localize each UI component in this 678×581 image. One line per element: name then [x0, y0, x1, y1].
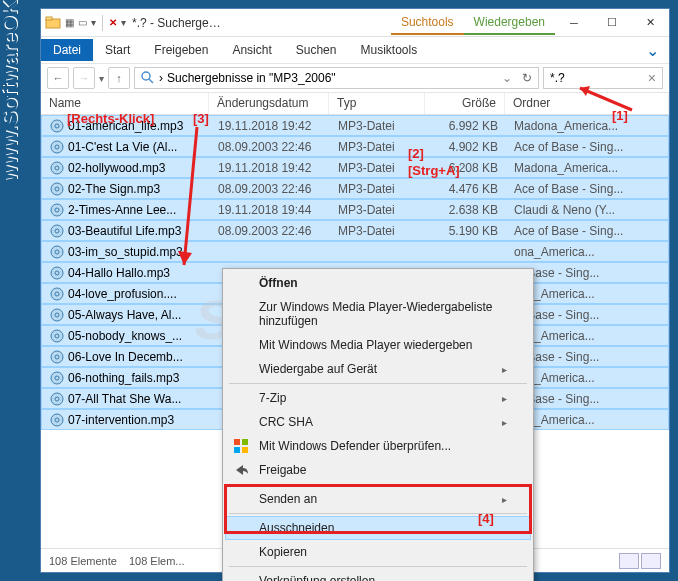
ctx-wmp-play[interactable]: Mit Windows Media Player wiedergeben [225, 333, 531, 357]
ctx-device[interactable]: Wiedergabe auf Gerät▸ [225, 357, 531, 381]
folder-icon [45, 15, 61, 31]
svg-point-2 [142, 72, 150, 80]
ribbon-expand-icon[interactable]: ⌄ [636, 41, 669, 60]
svg-rect-35 [234, 447, 240, 453]
qat-new-icon[interactable]: ▭ [78, 17, 87, 28]
start-tab[interactable]: Start [93, 39, 142, 61]
defender-icon [233, 438, 249, 454]
cell-name: 07-All That She Wa... [42, 392, 210, 406]
cell-name: 06-Love In Decemb... [42, 350, 210, 364]
cell-type: MP3-Datei [330, 161, 426, 175]
qat-dropdown-icon[interactable]: ▾ [91, 17, 96, 28]
cell-date: 19.11.2018 19:42 [210, 161, 330, 175]
context-menu: Öffnen Zur Windows Media Player-Wiederga… [222, 268, 534, 581]
cell-date: 19.11.2018 19:42 [210, 119, 330, 133]
cell-size: 6.992 KB [426, 119, 506, 133]
search-value: *.? [550, 71, 565, 85]
col-size[interactable]: Größe [425, 93, 505, 114]
cell-type: MP3-Datei [330, 140, 426, 154]
ctx-share[interactable]: Freigabe [225, 458, 531, 482]
svg-point-18 [55, 271, 59, 275]
svg-point-10 [55, 187, 59, 191]
share-icon [233, 462, 249, 478]
cell-name: 07-intervention.mp3 [42, 413, 210, 427]
cell-name: 03-Beautiful Life.mp3 [42, 224, 210, 238]
breadcrumb-dropdown-icon[interactable]: ⌄ [502, 71, 512, 85]
svg-point-20 [55, 292, 59, 296]
ctx-wmp-add[interactable]: Zur Windows Media Player-Wiedergabeliste… [225, 295, 531, 333]
cell-name: 05-Always Have, Al... [42, 308, 210, 322]
cell-name: 01-american_life.mp3 [42, 119, 210, 133]
search-tab[interactable]: Suchen [284, 39, 349, 61]
quick-access-toolbar: ▦ ▭ ▾ ✕ ▾ [65, 15, 126, 31]
table-row[interactable]: 2-Times-Anne Lee...19.11.2018 19:44MP3-D… [41, 199, 669, 220]
file-tab[interactable]: Datei [41, 39, 93, 61]
history-dropdown-icon[interactable]: ▾ [99, 73, 104, 84]
cell-folder: Madona_America... [506, 119, 668, 133]
cell-size: 2.638 KB [426, 203, 506, 217]
ctx-crc[interactable]: CRC SHA▸ [225, 410, 531, 434]
close-button[interactable]: ✕ [631, 10, 669, 36]
svg-rect-33 [234, 439, 240, 445]
cell-folder: Ace of Base - Sing... [506, 224, 668, 238]
thumbnails-view-button[interactable] [641, 553, 661, 569]
cell-folder: Ace of Base - Sing... [506, 182, 668, 196]
breadcrumb[interactable]: › Suchergebnisse in "MP3_2006" ⌄ ↻ [134, 67, 539, 89]
music-tab[interactable]: Musiktools [348, 39, 429, 61]
close-x-icon[interactable]: ✕ [109, 17, 117, 28]
ctx-defender[interactable]: Mit Windows Defender überprüfen... [225, 434, 531, 458]
svg-point-8 [55, 166, 59, 170]
refresh-icon[interactable]: ↻ [522, 71, 532, 85]
title-bar: ▦ ▭ ▾ ✕ ▾ *.? - Sucherge… Suchtools Wied… [41, 9, 669, 37]
col-folder[interactable]: Ordner [505, 93, 669, 114]
cell-date: 19.11.2018 19:44 [210, 203, 330, 217]
svg-point-4 [55, 124, 59, 128]
cell-name: 04-love_profusion.... [42, 287, 210, 301]
ctx-7zip[interactable]: 7-Zip▸ [225, 386, 531, 410]
table-row[interactable]: 03-Beautiful Life.mp308.09.2003 22:46MP3… [41, 220, 669, 241]
separator [229, 383, 527, 384]
window-controls: ─ ☐ ✕ [555, 10, 669, 36]
svg-rect-1 [46, 17, 52, 20]
qat-more-icon[interactable]: ▾ [121, 17, 126, 28]
col-date[interactable]: Änderungsdatum [209, 93, 329, 114]
item-count: 108 Elemente [49, 555, 117, 567]
table-row[interactable]: 01-C'est La Vie (Al...08.09.2003 22:46MP… [41, 136, 669, 157]
view-tab[interactable]: Ansicht [220, 39, 283, 61]
up-button[interactable]: ↑ [108, 67, 130, 89]
table-row[interactable]: 03-im_so_stupid.mp3ona_America... [41, 241, 669, 262]
ctx-open[interactable]: Öffnen [225, 271, 531, 295]
contextual-tabs: Suchtools Wiedergeben [391, 11, 555, 35]
cell-date: 08.09.2003 22:46 [210, 224, 330, 238]
cell-size: 4.902 KB [426, 140, 506, 154]
share-tab[interactable]: Freigeben [142, 39, 220, 61]
minimize-button[interactable]: ─ [555, 10, 593, 36]
breadcrumb-text: Suchergebnisse in "MP3_2006" [167, 71, 336, 85]
back-button[interactable]: ← [47, 67, 69, 89]
svg-point-28 [55, 376, 59, 380]
table-row[interactable]: 02-The Sign.mp308.09.2003 22:46MP3-Datei… [41, 178, 669, 199]
svg-point-26 [55, 355, 59, 359]
play-tools-tab[interactable]: Wiedergeben [464, 11, 555, 35]
cell-name: 01-C'est La Vie (Al... [42, 140, 210, 154]
forward-button[interactable]: → [73, 67, 95, 89]
details-view-button[interactable] [619, 553, 639, 569]
col-name[interactable]: Name [41, 93, 209, 114]
maximize-button[interactable]: ☐ [593, 10, 631, 36]
svg-point-30 [55, 397, 59, 401]
search-tools-tab[interactable]: Suchtools [391, 11, 464, 35]
cell-name: 2-Times-Anne Lee... [42, 203, 210, 217]
table-row[interactable]: 01-american_life.mp319.11.2018 19:42MP3-… [41, 115, 669, 136]
view-buttons [619, 553, 661, 569]
table-row[interactable]: 02-hollywood.mp319.11.2018 19:42MP3-Date… [41, 157, 669, 178]
col-type[interactable]: Typ [329, 93, 425, 114]
cell-name: 05-nobody_knows_... [42, 329, 210, 343]
qat-props-icon[interactable]: ▦ [65, 17, 74, 28]
search-input[interactable]: *.? × [543, 67, 663, 89]
clear-search-icon[interactable]: × [648, 70, 656, 86]
ctx-sendto[interactable]: Senden an▸ [225, 487, 531, 511]
ctx-cut[interactable]: Ausschneiden [225, 516, 531, 540]
ctx-shortcut[interactable]: Verknüpfung erstellen [225, 569, 531, 581]
cell-type: MP3-Datei [330, 224, 426, 238]
ctx-copy[interactable]: Kopieren [225, 540, 531, 564]
